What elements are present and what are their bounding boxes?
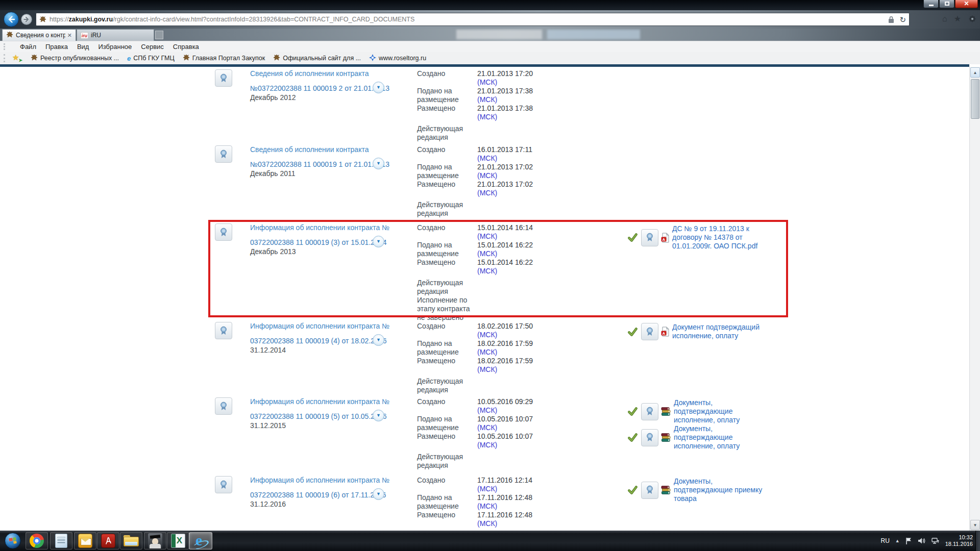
event-timezone: (МСК) [477,423,549,432]
svg-text:A: A [663,331,666,336]
certificate-button[interactable] [215,476,232,493]
attachment-certificate-button[interactable] [641,323,658,340]
favorite-label: www.roseltorg.ru [379,55,426,62]
record-title-link[interactable]: Информация об исполнении контракта № [250,223,424,232]
attachment-link[interactable]: Документы,подтверждающие приемкутовара [674,477,765,503]
attachment-link[interactable]: Документы,подтверждающиеисполнение, опла… [674,424,765,450]
record-actions-dropdown[interactable]: ▼ [373,158,384,169]
clock[interactable]: 10:32 18.11.2016 [945,534,973,547]
tab-title: Сведения о контракте [16,32,65,39]
certificate-button[interactable] [215,145,232,163]
taskbar-item-adobe-reader[interactable] [97,532,119,549]
event-datetime: 21.01.2013 17:38(МСК) [477,104,549,121]
certificate-button[interactable] [215,322,232,339]
certificate-button[interactable] [215,223,232,241]
refresh-icon[interactable]: ↻ [899,16,906,23]
record-title-link[interactable]: Информация об исполнении контракта № [250,322,424,330]
taskbar-item-outlook[interactable] [74,532,96,549]
record-actions-dropdown[interactable]: ▼ [373,410,384,421]
scroll-down-button[interactable]: ▼ [970,520,980,530]
window-close-button[interactable]: ✕ [955,0,978,8]
tab-inactive[interactable]: iruiRU [77,29,154,41]
menu-item-0[interactable]: Файл [15,43,41,51]
url-text[interactable]: https://zakupki.gov.ru/rgk/contract-info… [50,16,884,23]
tab-active[interactable]: Сведения о контракте✕ [2,29,76,41]
attachment-link-line: исполнение, оплату [672,332,763,340]
iru-icon: iru [81,32,88,39]
status-line: Исполнение по [417,296,478,305]
record-title-link[interactable]: Сведения об исполнении контракта [250,69,424,78]
record-title-link[interactable]: Информация об исполнении контракта № [250,476,424,484]
favorites-star-icon[interactable]: ★ [954,13,961,24]
window-minimize-button[interactable] [923,0,939,8]
coat-of-arms-icon [31,54,38,63]
certificate-button[interactable] [215,397,232,415]
event-label: Подано на размещение [417,163,474,180]
start-button[interactable] [2,532,23,549]
record-actions-dropdown[interactable]: ▼ [373,236,384,247]
attachment-certificate-button[interactable] [641,482,658,499]
tab-close-icon[interactable]: ✕ [67,32,72,39]
scroll-up-button[interactable]: ▲ [970,67,980,78]
record-title-link[interactable]: Сведения об исполнении контракта [250,145,424,154]
status-line: этапу контракта [417,305,478,313]
address-bar[interactable]: https://zakupki.gov.ru/rgk/contract-info… [36,13,910,26]
window-title-bar: ✕ [0,0,980,10]
tray-expand-icon[interactable]: ▲ [895,538,900,543]
network-icon[interactable] [932,537,940,544]
menu-item-2[interactable]: Вид [72,43,94,51]
home-icon[interactable]: ⌂ [942,13,947,24]
taskbar-item-notepad[interactable] [50,532,72,549]
volume-icon[interactable] [918,537,926,544]
favorite-item[interactable]: www.roseltorg.ru [365,54,430,63]
certificate-button[interactable] [215,69,232,87]
window-maximize-button[interactable] [939,0,954,8]
record-status: Действующаяредакция [417,124,478,142]
record-actions-dropdown[interactable]: ▼ [373,488,384,500]
taskbar-item-chrome[interactable] [26,532,48,549]
favorite-item[interactable]: Реестр опубликованных ... [27,54,123,63]
favorite-label: Официальный сайт для ... [283,55,361,62]
event-label: Размещено [417,357,474,365]
attachment-certificate-button[interactable] [641,229,658,246]
new-tab-button[interactable] [155,31,163,39]
record-status: Действующаяредакция [417,453,478,470]
attachment-link[interactable]: ДС № 9 от 19.11.2013 кдоговору № 14378 о… [672,224,763,251]
event-datetime: 21.01.2013 17:02(МСК) [477,163,549,180]
favorite-item[interactable]: Главная Портал Закупок [179,54,270,63]
show-desktop-button[interactable] [975,531,980,551]
attachment-certificate-button[interactable] [641,403,658,420]
event-datetime: 17.11.2016 12:14(МСК) [477,476,549,493]
back-button[interactable] [4,12,19,27]
event-date: 21.01.2013 17:02 [477,180,549,189]
excel-icon: X [171,534,185,548]
menu-item-4[interactable]: Сервис [136,43,168,51]
scrollbar-thumb[interactable] [971,79,979,119]
favorite-item[interactable]: eСПб ГКУ ГМЦ [123,55,179,62]
attachment-link[interactable]: Документы,подтверждающиеисполнение, опла… [674,398,765,424]
books-file-icon [661,407,671,416]
settings-gear-icon[interactable] [968,14,977,23]
attachment-certificate-button[interactable] [641,429,658,446]
taskbar-item-file-explorer[interactable] [120,532,142,549]
browser-navigation-bar: https://zakupki.gov.ru/rgk/contract-info… [0,10,980,29]
menu-item-1[interactable]: Правка [41,43,72,51]
menu-item-3[interactable]: Избранное [93,43,136,51]
security-lock-icon[interactable] [888,16,894,23]
action-center-flag-icon[interactable] [905,537,912,545]
add-favorite-icon[interactable]: ★➤ [12,54,21,62]
attachment-link[interactable]: Документ подтверждащийисполнение, оплату [672,323,763,340]
taskbar-item-scholar-app[interactable] [144,532,166,549]
menu-item-5[interactable]: Справка [168,43,204,51]
record-title-link[interactable]: Информация об исполнении контракта № [250,397,424,406]
taskbar-item-excel[interactable]: X [167,532,189,549]
record-actions-dropdown[interactable]: ▼ [373,334,384,346]
vertical-scrollbar[interactable]: ▲ ▼ [969,67,980,531]
taskbar-item-internet-explorer[interactable]: e [189,532,212,549]
favorite-item[interactable]: Официальный сайт для ... [269,54,365,63]
event-timezone: (МСК) [477,249,549,258]
record-actions-dropdown[interactable]: ▼ [373,82,384,93]
event-date: 18.02.2016 17:59 [477,357,549,365]
language-indicator[interactable]: RU [880,537,889,544]
forward-button[interactable] [21,14,32,25]
